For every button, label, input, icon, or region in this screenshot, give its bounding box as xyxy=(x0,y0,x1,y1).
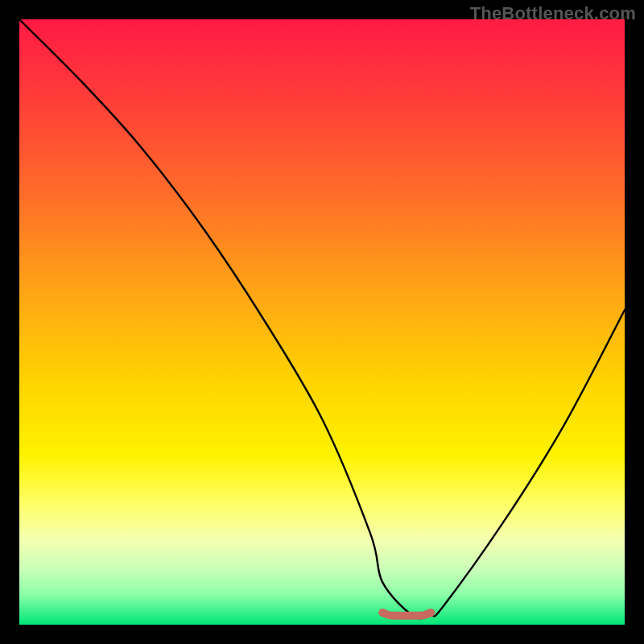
chart-svg xyxy=(19,19,625,625)
bottleneck-curve-path xyxy=(19,19,625,618)
watermark-text: TheBottleneck.com xyxy=(470,3,636,24)
bottleneck-flat-marker-path xyxy=(382,613,431,616)
chart-frame xyxy=(19,19,625,625)
